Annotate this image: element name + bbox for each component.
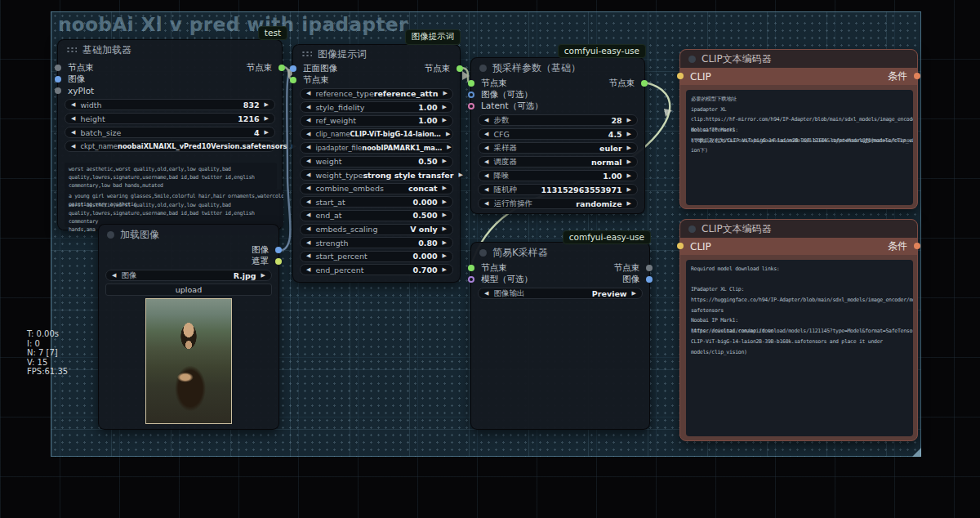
node-presample-params[interactable]: 预采样参数（基础） 节点束 节点束 图像（可选） Latent（可选） ◀步数2… xyxy=(470,57,645,214)
node-basic-loader-header[interactable]: 基础加载器 xyxy=(58,40,282,60)
increment-arrow-icon[interactable]: ▶ xyxy=(443,105,447,110)
port-clip-in-pin[interactable] xyxy=(677,243,684,249)
decrement-arrow-icon[interactable]: ◀ xyxy=(484,132,488,137)
port-condition-out-pin[interactable] xyxy=(914,73,920,79)
increment-arrow-icon[interactable]: ▶ xyxy=(265,102,269,108)
decrement-arrow-icon[interactable]: ◀ xyxy=(306,132,310,137)
widget-style-fidelity[interactable]: ◀style_fidelity1.00▶ xyxy=(300,101,453,113)
port-optional-latent-in-pin[interactable] xyxy=(468,103,474,109)
node-image-prompt[interactable]: 图像提示词 正面图像 节点束 节点束 ◀reference_typerefere… xyxy=(292,44,461,283)
increment-arrow-icon[interactable]: ▶ xyxy=(443,240,447,246)
node-ksampler-header[interactable]: 简易K采样器 xyxy=(471,243,649,262)
decrement-arrow-icon[interactable]: ◀ xyxy=(306,226,310,232)
widget-strength[interactable]: ◀strength0.80▶ xyxy=(300,237,453,248)
collapse-dot-icon[interactable] xyxy=(479,249,487,257)
decrement-arrow-icon[interactable]: ◀ xyxy=(306,91,310,96)
widget-start-percent[interactable]: ◀start_percent0.000▶ xyxy=(300,251,453,262)
upload-button[interactable]: upload xyxy=(105,284,272,296)
negative-prompt-textarea[interactable]: worst aesthetic,worst quality,old,early,… xyxy=(65,163,277,190)
port-bundle-in-pin[interactable] xyxy=(290,77,296,83)
collapse-dot-icon[interactable] xyxy=(107,231,114,239)
port-positive-image-in-pin[interactable] xyxy=(290,65,296,72)
group-title[interactable]: noobAi Xl v pred with ipadapter xyxy=(58,14,408,35)
node-load-image-header[interactable]: 加载图像 xyxy=(99,225,278,244)
decrement-arrow-icon[interactable]: ◀ xyxy=(306,212,310,218)
decrement-arrow-icon[interactable]: ◀ xyxy=(71,144,75,150)
increment-arrow-icon[interactable]: ▶ xyxy=(443,212,447,218)
increment-arrow-icon[interactable]: ▶ xyxy=(443,159,447,164)
increment-arrow-icon[interactable]: ▶ xyxy=(443,267,447,273)
widget-denoise[interactable]: ◀降噪1.00▶ xyxy=(478,170,638,181)
decrement-arrow-icon[interactable]: ◀ xyxy=(71,102,75,108)
node-clip-text-encoder-1[interactable]: CLIP文本编码器 CLIP 条件 必要的模型下载地址 ipadapter XL… xyxy=(679,49,918,209)
decrement-arrow-icon[interactable]: ◀ xyxy=(484,187,488,193)
port-bundle-in-pin[interactable] xyxy=(468,265,474,271)
increment-arrow-icon[interactable]: ▶ xyxy=(443,253,447,259)
decrement-arrow-icon[interactable]: ◀ xyxy=(306,185,310,191)
decrement-arrow-icon[interactable]: ◀ xyxy=(306,118,310,123)
widget-weight-type[interactable]: ◀weight_typestrong style transfer▶ xyxy=(300,169,453,181)
port-mask-out-pin[interactable] xyxy=(275,258,282,265)
port-bundle-in-pin[interactable] xyxy=(468,80,474,87)
widget-height[interactable]: ◀ height 1216 ▶ xyxy=(65,113,275,124)
widget-ckpt-name[interactable]: ◀ ckpt_name noobaiXLNAIXL_vPred10Version… xyxy=(65,141,275,152)
widget-end-at[interactable]: ◀end_at0.500▶ xyxy=(300,210,453,221)
node-simple-ksampler[interactable]: 简易K采样器 节点束 节点束 模型（可选） 图像 ◀图像输出Preview▶ xyxy=(470,242,650,430)
increment-arrow-icon[interactable]: ▶ xyxy=(447,145,451,150)
port-image-in-pin[interactable] xyxy=(55,76,61,83)
decrement-arrow-icon[interactable]: ◀ xyxy=(306,172,310,178)
clip1-text-area[interactable]: 必要的模型下载地址 ipadapter XL clip:https://hf-m… xyxy=(686,90,913,205)
decrement-arrow-icon[interactable]: ◀ xyxy=(484,145,488,151)
node-basic-loader[interactable]: 基础加载器 节点束 节点束 图像 xyPlot ◀ width 832 ▶ ◀ … xyxy=(57,39,283,230)
decrement-arrow-icon[interactable]: ◀ xyxy=(306,253,310,259)
decrement-arrow-icon[interactable]: ◀ xyxy=(484,291,488,297)
node-clip1-header[interactable]: CLIP文本编码器 xyxy=(680,50,917,68)
increment-arrow-icon[interactable]: ▶ xyxy=(265,130,269,136)
increment-arrow-icon[interactable]: ▶ xyxy=(627,145,631,151)
collapse-dot-icon[interactable] xyxy=(479,65,487,72)
decrement-arrow-icon[interactable]: ◀ xyxy=(306,267,310,273)
increment-arrow-icon[interactable]: ▶ xyxy=(443,118,447,123)
node-image-prompt-header[interactable]: 图像提示词 xyxy=(293,45,460,63)
increment-arrow-icon[interactable]: ▶ xyxy=(627,173,631,179)
increment-arrow-icon[interactable]: ▶ xyxy=(443,185,447,191)
increment-arrow-icon[interactable]: ▶ xyxy=(265,116,269,122)
increment-arrow-icon[interactable]: ▶ xyxy=(443,226,447,232)
port-bundle-out-pin[interactable] xyxy=(641,80,648,87)
increment-arrow-icon[interactable]: ▶ xyxy=(627,132,631,137)
node-clip2-header[interactable]: CLIP文本编码器 xyxy=(680,220,917,238)
decrement-arrow-icon[interactable]: ◀ xyxy=(484,159,488,165)
widget-image-file[interactable]: ◀ 图像 R.jpg ▶ xyxy=(105,270,272,281)
decrement-arrow-icon[interactable]: ◀ xyxy=(71,116,75,122)
widget-combine-embeds[interactable]: ◀combine_embedsconcat▶ xyxy=(300,183,453,194)
increment-arrow-icon[interactable]: ▶ xyxy=(627,187,631,193)
widget-width[interactable]: ◀ width 832 ▶ xyxy=(65,99,275,110)
widget-ipadapter-file[interactable]: ◀ipadapter_filenoobIPAMARK1_ma…▶ xyxy=(300,142,453,154)
decrement-arrow-icon[interactable]: ◀ xyxy=(306,145,310,150)
widget-image-output[interactable]: ◀图像输出Preview▶ xyxy=(478,288,643,299)
increment-arrow-icon[interactable]: ▶ xyxy=(443,199,447,205)
decrement-arrow-icon[interactable]: ◀ xyxy=(71,130,75,136)
widget-control-before-run[interactable]: ◀运行前操作randomize▶ xyxy=(478,198,638,209)
group-resize-handle[interactable] xyxy=(912,448,921,457)
decrement-arrow-icon[interactable]: ◀ xyxy=(306,105,310,110)
port-image-out-pin[interactable] xyxy=(646,276,653,283)
increment-arrow-icon[interactable]: ▶ xyxy=(632,291,636,297)
increment-arrow-icon[interactable]: ▶ xyxy=(627,159,631,165)
decrement-arrow-icon[interactable]: ◀ xyxy=(484,118,488,123)
increment-arrow-icon[interactable]: ▶ xyxy=(446,132,450,137)
node-clip-text-encoder-2[interactable]: CLIP文本编码器 CLIP 条件 Required model downloa… xyxy=(679,219,918,441)
widget-cfg[interactable]: ◀CFG4.5▶ xyxy=(478,128,638,140)
decrement-arrow-icon[interactable]: ◀ xyxy=(484,201,488,207)
node-load-image[interactable]: 加载图像 图像 遮罩 ◀ 图像 R.jpg ▶ upload xyxy=(98,224,279,430)
port-condition-out-pin[interactable] xyxy=(914,243,920,249)
decrement-arrow-icon[interactable]: ◀ xyxy=(306,240,310,246)
collapse-dot-icon[interactable] xyxy=(688,56,696,63)
port-bundle-out-pin[interactable] xyxy=(457,65,463,72)
port-optional-model-in-pin[interactable] xyxy=(468,276,474,283)
decrement-arrow-icon[interactable]: ◀ xyxy=(306,199,310,205)
widget-sampler[interactable]: ◀采样器euler▶ xyxy=(478,142,638,154)
increment-arrow-icon[interactable]: ▶ xyxy=(627,118,631,123)
port-bundle-out-pin[interactable] xyxy=(278,65,285,71)
decrement-arrow-icon[interactable]: ◀ xyxy=(112,273,116,279)
